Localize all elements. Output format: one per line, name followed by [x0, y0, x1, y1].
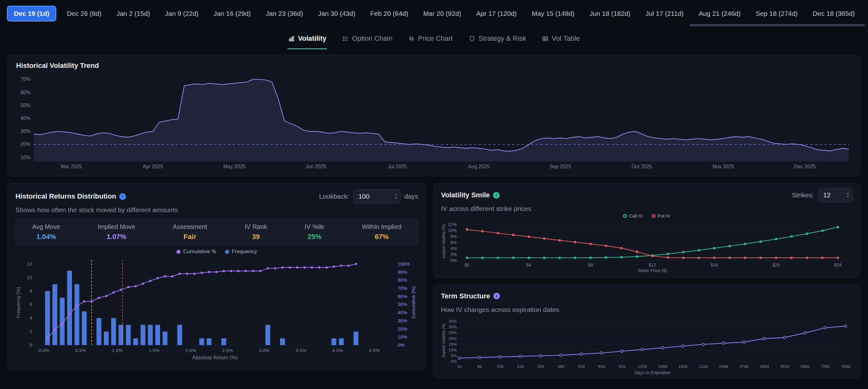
hv-trend-chart: Mar 2025Apr 2025May 2025Jun 2025Jul 2025… — [16, 72, 852, 172]
svg-text:4%: 4% — [451, 246, 457, 251]
svg-text:$4: $4 — [526, 262, 531, 267]
smile-title: Volatility Smile — [441, 191, 490, 199]
list-icon — [342, 35, 349, 42]
stat-value: 1.07% — [107, 233, 126, 241]
svg-text:Cumulative (%): Cumulative (%) — [411, 287, 416, 319]
lookback-control: Lookback: ▲▼ days — [319, 189, 418, 204]
svg-text:0.5%: 0.5% — [75, 348, 86, 353]
number-stepper-icon[interactable]: ▲▼ — [395, 193, 397, 200]
svg-text:15%: 15% — [448, 341, 457, 347]
svg-text:Absolute Return (%): Absolute Return (%) — [192, 355, 238, 360]
svg-text:393d: 393d — [780, 364, 789, 369]
expiration-tab[interactable]: Dec 19 (1d) — [7, 6, 56, 22]
stat-implied-move: Implied Move1.07% — [97, 223, 135, 241]
svg-text:0%: 0% — [451, 258, 457, 263]
view-tab-vol-table[interactable]: Vol Table — [541, 27, 581, 49]
view-tab-option-chain[interactable]: Option Chain — [342, 27, 393, 49]
svg-text:Implied Volatility (%): Implied Volatility (%) — [441, 323, 446, 357]
expiration-tab[interactable]: Dec 26 (8d) — [62, 6, 106, 22]
svg-text:$24: $24 — [834, 262, 842, 267]
svg-text:$20: $20 — [772, 262, 780, 267]
svg-text:5%: 5% — [451, 353, 457, 358]
expiration-tab[interactable]: Apr 17 (120d) — [472, 6, 521, 22]
stat-label: IV %ile — [305, 223, 324, 231]
svg-text:120d: 120d — [638, 364, 647, 369]
expiration-tab[interactable]: Sep 18 (274d) — [751, 6, 802, 22]
svg-text:0%: 0% — [398, 342, 405, 348]
stat-label: Avg Move — [32, 223, 60, 231]
expiration-tab[interactable]: Jul 17 (211d) — [641, 6, 688, 22]
svg-text:Days to Expiration: Days to Expiration — [634, 370, 671, 375]
svg-text:4.0%: 4.0% — [332, 348, 343, 353]
svg-text:548d: 548d — [801, 364, 810, 369]
svg-text:35%: 35% — [448, 319, 457, 324]
expiration-tab[interactable]: Jan 2 (15d) — [112, 6, 154, 22]
svg-text:30%: 30% — [448, 325, 457, 329]
smile-info-icon[interactable]: i — [493, 192, 500, 199]
lookback-unit: days — [404, 192, 418, 200]
expiration-tab[interactable]: Jan 9 (22d) — [161, 6, 203, 22]
right-column: Volatility Smile i Strikes: ▲▼ — [433, 183, 861, 379]
svg-text:8: 8 — [30, 288, 32, 294]
stat-value: 39 — [252, 233, 260, 241]
expiration-tab[interactable]: Aug 21 (246d) — [694, 6, 745, 22]
expiration-tab[interactable]: Jan 23 (36d) — [261, 6, 307, 22]
term-panel-header: Term Structure i — [441, 289, 852, 303]
lookback-label: Lookback: — [319, 192, 349, 200]
stat-assessment: AssessmentFair — [173, 223, 207, 241]
svg-text:Mar 2025: Mar 2025 — [61, 164, 82, 169]
stat-label: IV Rank — [245, 223, 267, 231]
svg-text:30%: 30% — [21, 128, 31, 134]
expiration-tab[interactable]: Jan 16 (29d) — [209, 6, 255, 22]
horizontal-scrollbar-thumb[interactable] — [690, 24, 865, 26]
strikes-control: Strikes: ▲▼ — [792, 188, 852, 202]
svg-text:0: 0 — [30, 342, 32, 348]
lookback-input[interactable] — [353, 189, 401, 204]
vol-smile-chart: 0%2%4%6%8%10%12%$0$4$8$12$16$20$24Implie… — [441, 219, 852, 275]
svg-text:8%: 8% — [451, 234, 457, 239]
svg-text:15d: 15d — [496, 364, 503, 369]
svg-text:2%: 2% — [451, 252, 457, 257]
stat-value: 25% — [307, 233, 321, 241]
expiration-tab[interactable]: Jun 18 (182d) — [585, 6, 635, 22]
svg-text:$16: $16 — [711, 262, 718, 267]
term-info-icon[interactable]: i — [493, 293, 500, 299]
smile-legend: Call IVPut IV — [441, 213, 852, 218]
svg-text:274d: 274d — [739, 364, 748, 369]
returns-panel-header: Historical Returns Distribution i Lookba… — [16, 189, 418, 204]
main-content: Historical Volatility Trend Mar 2025Apr … — [0, 49, 868, 379]
svg-text:10%: 10% — [21, 155, 31, 160]
svg-text:22d: 22d — [517, 364, 524, 369]
legend-item: Put IV — [652, 213, 671, 218]
term-structure-panel: Term Structure i How IV changes across e… — [433, 284, 861, 379]
svg-text:20%: 20% — [21, 142, 31, 147]
svg-text:182d: 182d — [678, 364, 687, 369]
svg-text:1.5%: 1.5% — [149, 348, 159, 353]
svg-text:20%: 20% — [398, 326, 407, 332]
stat-within-implied: Within Implied67% — [362, 223, 402, 241]
svg-text:Frequency (%): Frequency (%) — [16, 287, 21, 318]
svg-text:2.5%: 2.5% — [222, 348, 232, 353]
returns-info-icon[interactable]: i — [119, 193, 126, 200]
expiration-tab[interactable]: Dec 18 (365d) — [808, 6, 859, 22]
svg-text:36d: 36d — [557, 364, 564, 369]
bottom-row: Historical Returns Distribution i Lookba… — [7, 183, 861, 379]
expiration-tab[interactable]: Jan 30 (43d) — [314, 6, 360, 22]
returns-title: Historical Returns Distribution — [16, 192, 116, 201]
svg-text:64d: 64d — [598, 364, 605, 369]
number-stepper-icon[interactable]: ▲▼ — [846, 192, 849, 198]
legend-label: Put IV — [657, 213, 671, 218]
svg-text:Oct 2025: Oct 2025 — [631, 164, 652, 169]
view-tab-strategy-risk[interactable]: Strategy & Risk — [468, 27, 527, 49]
view-tab-volatility[interactable]: Volatility — [287, 27, 327, 49]
expiration-tab[interactable]: Mar 20 (92d) — [419, 6, 466, 22]
candlestick-icon — [408, 35, 415, 42]
view-tab-price-chart[interactable]: Price Chart — [407, 27, 453, 49]
expiration-tab[interactable]: May 15 (148d) — [527, 6, 579, 22]
svg-text:40%: 40% — [398, 310, 407, 315]
svg-text:80%: 80% — [398, 277, 407, 282]
stat-label: Implied Move — [97, 223, 135, 231]
expiration-tab[interactable]: Feb 20 (64d) — [366, 6, 412, 22]
svg-text:2: 2 — [30, 329, 32, 334]
svg-text:60%: 60% — [21, 90, 31, 95]
